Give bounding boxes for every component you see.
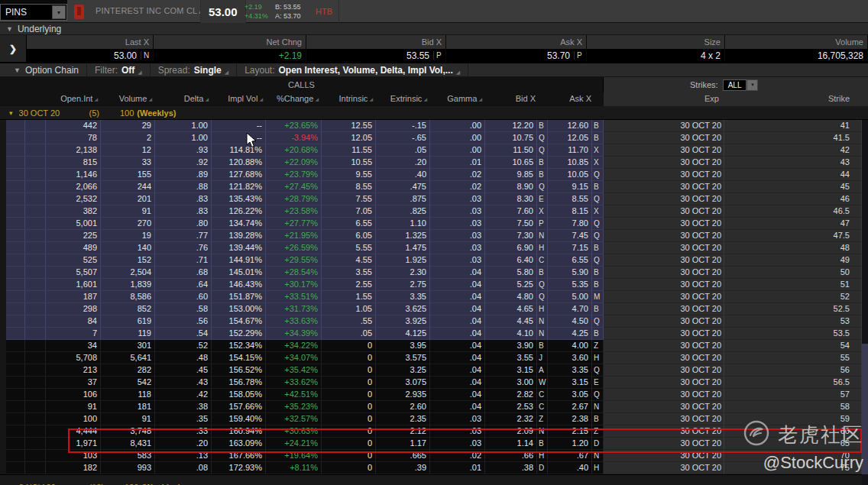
ask-cell[interactable]: 5.35 bbox=[548, 279, 592, 291]
ask-cell[interactable]: 2.15 bbox=[548, 425, 592, 438]
next-group-header-partial[interactable]: ▾ 6 NOV 20 (12) 100 (Weeklys) bbox=[0, 474, 868, 485]
bid-cell[interactable]: 5.25 bbox=[485, 279, 537, 291]
bid-cell[interactable]: 4.45 bbox=[485, 315, 537, 328]
ask-cell[interactable]: 4.50 bbox=[548, 315, 592, 328]
option-chain-row[interactable]: 225 19 .77 139.28% +21.95% 6.05 1.325 .0… bbox=[0, 230, 868, 242]
ask-cell[interactable]: .67 bbox=[548, 450, 592, 462]
bid-cell[interactable]: .66 bbox=[485, 450, 537, 462]
ask-cell[interactable]: 3.15 bbox=[548, 377, 592, 389]
ask-cell[interactable]: 12.60 bbox=[548, 120, 592, 132]
header-open-int[interactable]: Open.Int◢ bbox=[46, 92, 101, 106]
bid-cell[interactable]: 3.00 bbox=[485, 377, 537, 389]
symbol-input[interactable]: PINS ▼ bbox=[0, 4, 67, 21]
ask-cell[interactable]: 12.05 bbox=[548, 132, 592, 144]
option-chain-row[interactable]: 815 33 .92 120.88% +22.09% 10.55 .20 .01… bbox=[0, 157, 868, 169]
spread-dropdown[interactable]: Spread: Single ◢ bbox=[151, 63, 237, 76]
strikes-value[interactable]: ALL bbox=[723, 79, 747, 91]
ask-cell[interactable]: 9.15 bbox=[548, 181, 592, 193]
ask-cell[interactable]: 7.45 bbox=[548, 230, 592, 242]
option-chain-row[interactable]: 442 29 1.00 -- +23.65% 12.55 -.15 .00 12… bbox=[0, 120, 868, 132]
ask-cell[interactable]: 3.05 bbox=[548, 389, 592, 401]
bid-cell[interactable]: 2.53 bbox=[485, 401, 537, 413]
bid-cell[interactable]: 8.90 bbox=[485, 181, 537, 193]
strikes-dropdown-icon[interactable]: ▼ bbox=[747, 79, 758, 91]
ask-cell[interactable]: 8.55 bbox=[548, 193, 592, 205]
symbol-value[interactable]: PINS bbox=[1, 7, 52, 18]
option-chain-row[interactable]: 1,146 155 .89 127.68% +23.79% 9.55 .40 .… bbox=[0, 169, 868, 181]
header-delta[interactable]: Delta◢ bbox=[155, 92, 212, 106]
option-chain-row[interactable]: 37 542 .43 156.78% +33.62% 0 3.075 .04 3… bbox=[0, 377, 868, 389]
bid-cell[interactable]: 3.55 bbox=[485, 352, 537, 364]
option-chain-row[interactable]: 2,532 201 .83 135.43% +28.79% 7.55 .875 … bbox=[0, 193, 868, 205]
bid-cell[interactable]: .38 bbox=[485, 462, 537, 474]
option-chain-row[interactable]: 187 8,586 .60 151.87% +33.51% 1.55 3.35 … bbox=[0, 291, 868, 303]
option-chain-row[interactable]: 7 119 .54 152.29% +34.39% .05 4.125 .04 … bbox=[0, 328, 868, 340]
bid-cell[interactable]: 8.30 bbox=[485, 193, 537, 205]
ask-cell[interactable]: 11.70 bbox=[548, 144, 592, 157]
collapse-chevron-icon[interactable]: ▼ bbox=[6, 25, 13, 33]
ask-cell[interactable]: 10.85 bbox=[548, 157, 592, 169]
bid-cell[interactable]: 7.50 bbox=[485, 218, 537, 230]
bid-cell[interactable]: 11.50 bbox=[485, 144, 537, 157]
shares-alert-icon[interactable] bbox=[74, 5, 84, 19]
option-chain-row[interactable]: 4,444 3,748 .33 160.94% +30.63% 0 2.12 .… bbox=[0, 425, 868, 438]
ask-cell[interactable]: 7.15 bbox=[548, 242, 592, 254]
symbol-dropdown-icon[interactable]: ▼ bbox=[52, 5, 66, 19]
ask-cell[interactable]: 7.80 bbox=[548, 218, 592, 230]
option-chain-row[interactable]: 100 91 .35 159.40% +32.57% 0 2.35 .03 2.… bbox=[0, 413, 868, 425]
ask-cell[interactable]: 6.55 bbox=[548, 254, 592, 267]
group-chevron-icon[interactable]: ▾ bbox=[9, 109, 13, 117]
ask-cell[interactable]: 3.60 bbox=[548, 352, 592, 364]
option-chain-row[interactable]: 525 152 .71 144.91% +29.55% 4.55 1.925 .… bbox=[0, 254, 868, 267]
header-strike[interactable]: Strike bbox=[724, 92, 862, 106]
option-chain-row[interactable]: 489 140 .76 139.44% +26.59% 5.55 1.475 .… bbox=[0, 242, 868, 254]
option-chain-row[interactable]: 78 2 1.00 -- -3.94% 12.05 -.65 .00 10.75… bbox=[0, 132, 868, 144]
layout-dropdown[interactable]: Layout: Open Interest, Volume, Delta, Im… bbox=[237, 63, 468, 76]
bid-cell[interactable]: 1.14 bbox=[485, 438, 537, 450]
ask-cell[interactable]: 4.25 bbox=[548, 328, 592, 340]
ask-cell[interactable]: .40 bbox=[548, 462, 592, 474]
option-chain-row[interactable]: 106 118 .42 158.05% +42.51% 0 2.935 .04 … bbox=[0, 389, 868, 401]
bid-cell[interactable]: 7.30 bbox=[485, 230, 537, 242]
ask-cell[interactable]: 2.38 bbox=[548, 413, 592, 425]
ask-cell[interactable]: 5.00 bbox=[548, 291, 592, 303]
bid-cell[interactable]: 3.90 bbox=[485, 340, 537, 352]
option-chain-row[interactable]: 298 852 .58 153.00% +31.73% 1.05 3.625 .… bbox=[0, 303, 868, 315]
option-chain-row[interactable]: 182 993 .08 172.93% +8.11% 0 .39 .01 .38… bbox=[0, 462, 868, 474]
option-chain-row[interactable]: 5,507 2,504 .68 145.01% +28.54% 3.55 2.3… bbox=[0, 267, 868, 279]
header-exp[interactable]: Exp bbox=[604, 92, 724, 106]
scrollbar-thumb[interactable] bbox=[862, 344, 868, 474]
bid-cell[interactable]: 6.90 bbox=[485, 242, 537, 254]
header-impl-vol[interactable]: Impl Vol◢ bbox=[212, 92, 266, 106]
ask-cell[interactable]: 3.35 bbox=[548, 364, 592, 377]
option-chain-row[interactable]: 2,138 12 .93 114.81% +20.68% 11.55 .05 .… bbox=[0, 144, 868, 157]
bid-cell[interactable]: 2.09 bbox=[485, 425, 537, 438]
ask-cell[interactable]: 1.20 bbox=[548, 438, 592, 450]
option-chain-row[interactable]: 2,066 244 .88 121.82% +27.45% 8.55 .475 … bbox=[0, 181, 868, 193]
bid-cell[interactable]: 2.82 bbox=[485, 389, 537, 401]
ask-cell[interactable]: 5.90 bbox=[548, 267, 592, 279]
ask-cell[interactable]: 2.67 bbox=[548, 401, 592, 413]
underlying-section-header[interactable]: ▼ Underlying bbox=[0, 23, 868, 35]
option-chain-row[interactable]: 1,601 1,839 .64 146.43% +30.17% 2.55 2.7… bbox=[0, 279, 868, 291]
bid-cell[interactable]: 5.80 bbox=[485, 267, 537, 279]
bid-cell[interactable]: 6.40 bbox=[485, 254, 537, 267]
vertical-scrollbar[interactable] bbox=[862, 120, 868, 485]
option-chain-section-header[interactable]: ▼ Option Chain bbox=[0, 63, 87, 76]
bid-cell[interactable]: 9.85 bbox=[485, 169, 537, 181]
bid-cell[interactable]: 7.60 bbox=[485, 205, 537, 218]
underlying-expand-icon[interactable]: ❯ bbox=[0, 35, 27, 62]
bid-cell[interactable]: 12.20 bbox=[485, 120, 537, 132]
expiration-group-header[interactable]: ▾ 30 OCT 20 (5) 100 (Weeklys) bbox=[0, 106, 868, 120]
ask-cell[interactable]: 4.70 bbox=[548, 303, 592, 315]
option-chain-row[interactable]: 382 91 .83 126.22% +23.58% 7.05 .825 .03… bbox=[0, 205, 868, 218]
option-chain-row[interactable]: 213 282 .45 156.52% +35.42% 0 3.25 .04 3… bbox=[0, 364, 868, 377]
header-bid-x[interactable]: Bid X bbox=[485, 92, 548, 106]
ask-cell[interactable]: 8.15 bbox=[548, 205, 592, 218]
header-pct-change[interactable]: %Change◢ bbox=[266, 92, 322, 106]
bid-cell[interactable]: 10.75 bbox=[485, 132, 537, 144]
header-intrinsic[interactable]: Intrinsic◢ bbox=[322, 92, 376, 106]
option-chain-row[interactable]: 34 301 .52 152.34% +34.22% 0 3.95 .04 3.… bbox=[0, 340, 868, 352]
bid-cell[interactable]: 4.10 bbox=[485, 328, 537, 340]
bid-cell[interactable]: 3.15 bbox=[485, 364, 537, 377]
